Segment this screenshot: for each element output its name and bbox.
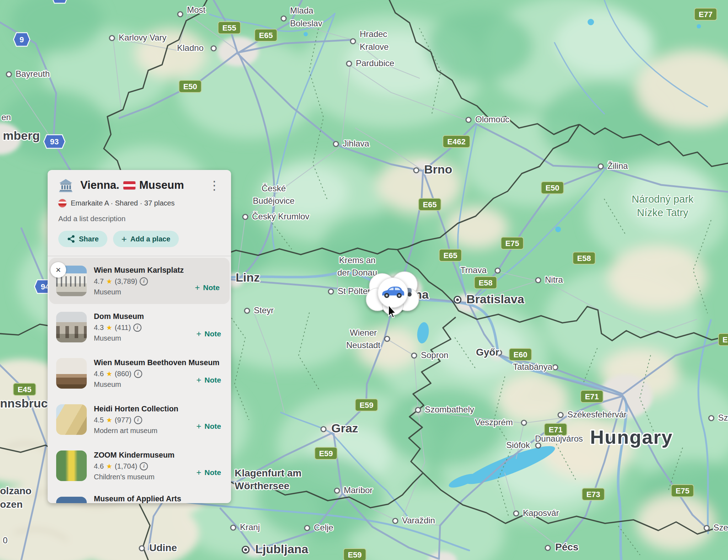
list-item[interactable]: Dom Museum 4.3 ★ (411) i Museum + Note [48,304,231,350]
place-thumbnail[interactable] [56,358,87,389]
svg-text:E75: E75 [675,486,689,495]
add-description-field[interactable]: Add a list description [48,207,231,223]
share-icon [67,235,75,243]
review-count: (860) [115,370,132,378]
svg-text:E65: E65 [443,251,457,260]
svg-text:0: 0 [3,535,7,545]
svg-text:Nitra: Nitra [545,275,563,284]
svg-text:Pécs: Pécs [555,542,578,553]
info-icon[interactable]: i [140,462,148,470]
plus-icon: + [122,234,127,245]
svg-text:E65: E65 [423,200,437,209]
add-note-button[interactable]: + Note [195,283,220,293]
route-shield: E65 [439,249,462,261]
saved-list-panel: Vienna. Museum ⋮ Emarkaite A · Shared · … [48,170,231,503]
svg-text:9: 9 [20,35,24,44]
route-shield: 9 [14,33,30,46]
info-icon[interactable]: i [134,370,142,378]
svg-text:Krems an: Krems an [339,255,376,265]
svg-text:Veszprém: Veszprém [475,417,513,427]
places-list: ✕ Wien Museum Karlsplatz 4.7 ★ (3,789) i… [48,258,231,503]
place-thumbnail[interactable] [56,450,87,481]
list-item[interactable]: Heidi Horten Collection 4.5 ★ (977) i Mo… [48,396,231,443]
star-icon: ★ [106,416,112,424]
place-name: Museum of Applied Arts [94,495,181,503]
info-icon[interactable]: i [133,324,141,332]
svg-text:Tatabánya: Tatabánya [513,362,552,372]
city-label: Linz [236,271,260,284]
info-icon[interactable]: i [140,277,148,286]
svg-text:Szeg: Szeg [713,523,728,532]
review-count: (977) [115,416,132,424]
svg-text:der Donau: der Donau [337,268,377,277]
svg-text:E73: E73 [586,490,600,499]
list-item[interactable]: ZOOM Kindermuseum 4.6 ★ (1,704) i Childr… [48,443,231,489]
route-shield: E55 [218,22,241,34]
svg-text:E71: E71 [548,425,562,434]
svg-text:E71: E71 [585,392,599,401]
add-note-button[interactable]: + Note [196,329,221,339]
austria-flag-icon [123,181,135,190]
plus-icon: + [196,375,201,385]
star-icon: ★ [106,462,112,470]
svg-text:E59: E59 [359,401,373,410]
svg-text:E50: E50 [545,183,559,192]
museum-icon [58,178,73,193]
svg-text:93: 93 [50,137,59,146]
info-icon[interactable]: i [134,416,142,424]
svg-text:Maribor: Maribor [344,485,373,495]
route-shield: E65 [255,29,277,41]
route-shield: E73 [582,488,605,500]
place-cluster-marker[interactable] [366,272,419,315]
svg-text:Celje: Celje [314,523,333,532]
place-name: Heidi Horten Collection [94,405,178,414]
svg-text:Klagenfurt am: Klagenfurt am [235,468,301,479]
place-rating-row: 4.7 ★ (3,789) i [94,277,184,286]
place-name: ZOOM Kindermuseum [94,451,175,460]
svg-text:Szo: Szo [718,413,728,422]
svg-text:Ljubljana: Ljubljana [255,542,309,556]
route-shield: E50 [541,182,564,194]
share-button[interactable]: Share [58,231,107,247]
svg-text:en: en [1,112,11,122]
place-name: Wien Museum Beethoven Museum [94,358,219,367]
place-name: Wien Museum Karlsplatz [94,266,184,275]
place-category: Museum [94,334,144,342]
route-shield: E65 [419,198,441,210]
route-shield: E45 [14,383,36,395]
list-item[interactable]: ✕ Wien Museum Karlsplatz 4.7 ★ (3,789) i… [49,258,230,304]
place-thumbnail[interactable] [56,312,87,342]
add-note-button[interactable]: + Note [196,468,221,478]
list-byline: Emarkaite A · Shared · 37 places [48,193,231,207]
review-count: (1,704) [115,462,137,470]
svg-text:Siófok: Siófok [506,440,530,450]
place-thumbnail[interactable] [56,497,87,503]
add-place-button[interactable]: + Add a place [113,231,179,247]
svg-text:nnsbruck: nnsbruck [0,396,54,410]
svg-text:Hungary: Hungary [590,426,673,448]
place-rating-row: 4.3 ★ (411) i [94,324,144,332]
list-item[interactable]: Wien Museum Beethoven Museum 4.6 ★ (860)… [48,350,231,396]
three-dot-menu-icon[interactable]: ⋮ [205,178,223,192]
rating-value: 4.5 [94,416,104,424]
svg-text:České: České [262,183,286,193]
city-label: en [1,112,11,122]
svg-text:E58: E58 [478,278,492,287]
svg-text:Dunaújváros: Dunaújváros [535,434,583,443]
place-name: Dom Museum [94,312,144,321]
svg-text:olzano: olzano [0,485,32,496]
place-thumbnail[interactable] [56,404,87,435]
close-icon[interactable]: ✕ [50,262,66,278]
svg-text:Wiener: Wiener [350,328,377,337]
list-item[interactable]: Museum of Applied Arts [48,489,231,503]
route-shield: E75 [671,485,694,497]
route-shield: E7 [718,334,728,346]
city-label: nnsbruck [0,396,54,410]
svg-text:E77: E77 [698,10,712,19]
add-note-button[interactable]: + Note [196,421,221,431]
add-note-button[interactable]: + Note [196,375,221,385]
svg-text:Varaždin: Varaždin [402,516,435,525]
route-shield: E75 [501,237,524,249]
svg-text:Most: Most [187,5,205,15]
svg-text:E65: E65 [259,31,273,40]
